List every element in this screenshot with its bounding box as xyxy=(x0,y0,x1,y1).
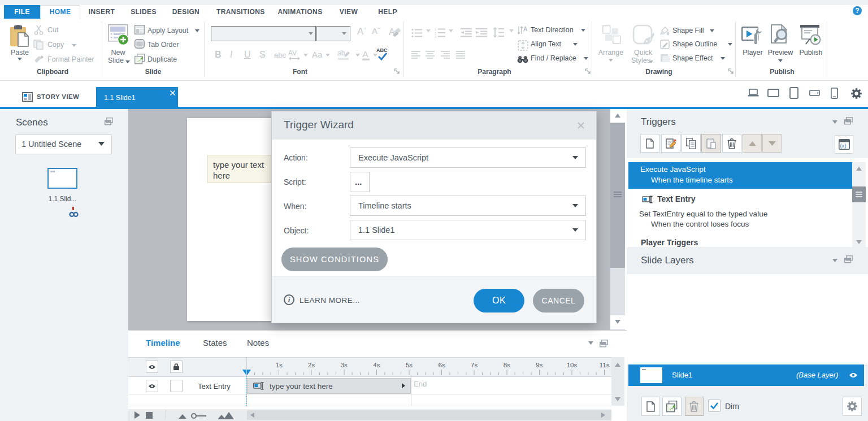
svg-text:7s: 7s xyxy=(471,362,478,368)
svg-text:4s: 4s xyxy=(373,362,380,368)
svg-text:2s: 2s xyxy=(308,362,315,368)
svg-text:11s: 11s xyxy=(600,362,610,368)
svg-text:1: 1 xyxy=(435,28,436,31)
svg-text:2: 2 xyxy=(435,32,436,35)
svg-text:(x): (x) xyxy=(840,143,847,149)
svg-text:8s: 8s xyxy=(504,362,510,368)
svg-text:AV: AV xyxy=(288,49,297,57)
svg-text:ab: ab xyxy=(337,49,345,57)
svg-text:3: 3 xyxy=(435,35,436,38)
svg-text:9s: 9s xyxy=(536,362,542,368)
svg-text:6s: 6s xyxy=(439,362,445,368)
svg-text:1s: 1s xyxy=(276,362,283,368)
svg-text:A: A xyxy=(363,50,368,59)
svg-text:3s: 3s xyxy=(341,362,348,368)
svg-text:10s: 10s xyxy=(567,362,578,368)
svg-text:5s: 5s xyxy=(406,362,413,368)
svg-text:A: A xyxy=(523,26,527,32)
